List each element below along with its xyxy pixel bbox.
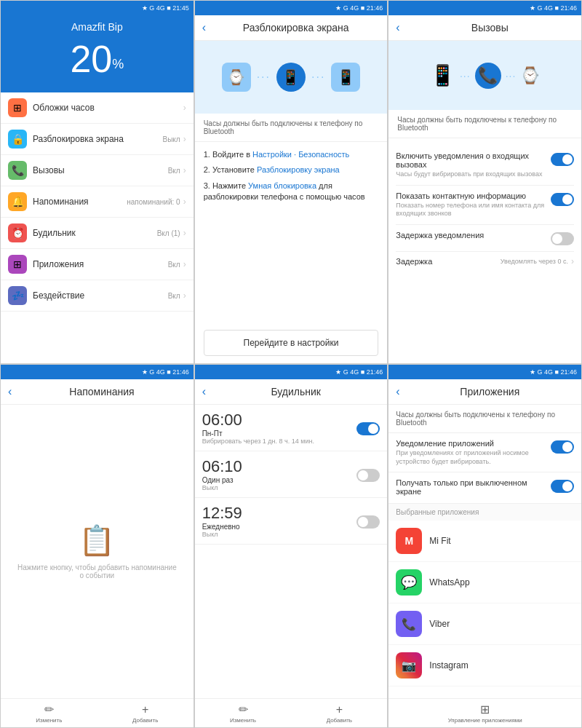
p3-header: ‹ Вызовы (388, 15, 581, 41)
back-button-p5[interactable]: ‹ (202, 385, 206, 398)
alarm-switch-0610[interactable] (356, 469, 380, 482)
menu-list: ⊞ Обложки часов › 🔒 Разблокировка экрана… (1, 92, 194, 363)
status-text-p3: ★ G 4G ■ 21:46 (530, 4, 577, 12)
p1-header: Amazfit Bip 20 % (1, 15, 194, 92)
alarm-time-0610: 06:10 (202, 457, 346, 476)
viber-name: Viber (429, 619, 450, 629)
menu-item-idle[interactable]: 💤 Бездействие Вкл › (1, 280, 194, 312)
menu-label-unlock: Разблокировка экрана (33, 134, 162, 144)
mifit-name: Mi Fit (429, 536, 450, 546)
p4-empty-state: 📋 Нажмите кнопку, чтобы добавить напомин… (1, 405, 194, 698)
delay-arrow-icon: › (571, 256, 574, 266)
back-button-p2[interactable]: ‹ (202, 21, 206, 34)
toggle-screen-off-switch[interactable] (551, 480, 574, 493)
toggle-contact-text: Показать контактную информацию Показать … (396, 191, 545, 218)
calls-icon: 📞 (8, 161, 27, 180)
p5-bottom-bar: ✏ Изменить + Добавить (195, 698, 388, 727)
alarm-item-1259[interactable]: 12:59 Ежедневно Выкл (195, 498, 388, 545)
edit-button-p5[interactable]: ✏ Изменить (230, 703, 256, 724)
status-text-p1: ★ G 4G ■ 21:45 (142, 4, 189, 12)
delay-label: Задержка (396, 257, 500, 266)
add-button-p4[interactable]: + Добавить (132, 703, 158, 724)
add-button-p5[interactable]: + Добавить (327, 703, 352, 724)
p6-header: ‹ Приложения (388, 379, 581, 405)
menu-label-reminders: Напоминания (33, 197, 127, 207)
arrow-icon-unlock: › (183, 134, 186, 144)
menu-value-alarm: Вкл (1) (157, 229, 180, 237)
alarm-info-0610: 06:10 Один раз Выкл (202, 457, 351, 491)
menu-label-idle: Бездействие (33, 290, 168, 301)
edit-button-p4[interactable]: ✏ Изменить (36, 703, 62, 724)
back-button-p4[interactable]: ‹ (8, 385, 12, 398)
p2-step-1: 1. Войдите в Настройки · Безопасность (204, 149, 379, 160)
illus-dots-p3-2: ··· (506, 70, 517, 82)
menu-value-calls: Вкл (168, 167, 180, 175)
arrow-icon-apps: › (183, 259, 186, 269)
alarm-switch-0600[interactable] (356, 422, 380, 435)
manage-apps-button[interactable]: ⊞ Управление приложениями (448, 703, 522, 724)
instagram-name: Instagram (429, 660, 468, 670)
edit-label-p4: Изменить (36, 717, 62, 724)
panel-amazfit: ★ G 4G ■ 21:45 Amazfit Bip 20 % ⊞ Обложк… (0, 0, 194, 364)
p5-title: Будильник (212, 386, 380, 397)
status-text-p4: ★ G 4G ■ 21:46 (142, 368, 189, 376)
arrow-icon-idle: › (183, 290, 186, 301)
delay-row: Задержка Уведомлять через 0 с. › (396, 252, 574, 271)
toggle-screen-off-text: Получать только при выключенном экране (396, 478, 545, 497)
menu-item-alarm[interactable]: ⏰ Будильник Вкл (1) › (1, 218, 194, 249)
back-button-p6[interactable]: ‹ (396, 385, 399, 398)
alarm-sub-0600: Вибрировать через 1 дн. 8 ч. 14 мин. (202, 438, 351, 445)
app-item-viber[interactable]: 📞 Viber (388, 604, 581, 645)
whatsapp-icon: 💬 (396, 569, 422, 596)
battery-number: 20 (70, 40, 112, 78)
illus-dots-2: ··· (311, 71, 325, 84)
arrow-icon-watch-faces: › (183, 103, 186, 113)
panel-reminders: ★ G 4G ■ 21:46 ‹ Напоминания 📋 Нажмите к… (0, 364, 194, 728)
menu-item-calls[interactable]: 📞 Вызовы Вкл › (1, 155, 194, 186)
alarm-days-0610: Один раз (202, 476, 351, 484)
p2-step-2: 2. Установите Разблокировку экрана (204, 165, 379, 175)
alarm-info-1259: 12:59 Ежедневно Выкл (202, 504, 351, 538)
alarm-list: 06:00 Пн-Пт Вибрировать через 1 дн. 8 ч.… (195, 405, 388, 698)
toggle-delay-text: Задержка уведомления (396, 231, 545, 241)
toggle-incoming-calls: Включить уведомления о входящих вызовах … (396, 146, 574, 186)
menu-item-unlock[interactable]: 🔒 Разблокировка экрана Выкл › (1, 124, 194, 155)
alarm-info-0600: 06:00 Пн-Пт Вибрировать через 1 дн. 8 ч.… (202, 411, 351, 445)
viber-icon: 📞 (396, 611, 422, 637)
alarm-item-0610[interactable]: 06:10 Один раз Выкл (195, 451, 388, 498)
call-icon-p3: 📞 (475, 63, 501, 89)
alarm-switch-1259[interactable] (356, 515, 380, 529)
menu-item-watch-faces[interactable]: ⊞ Обложки часов › (1, 92, 194, 124)
status-bar-p2: ★ G 4G ■ 21:46 (195, 1, 388, 15)
empty-state-icon: 📋 (79, 523, 115, 558)
toggle-incoming-text: Включить уведомления о входящих вызовах … (396, 151, 545, 179)
watch-icon-p3: ⌚ (520, 66, 540, 85)
toggle-incoming-switch[interactable] (551, 153, 574, 166)
toggle-screen-off: Получать только при выключенном экране (388, 472, 581, 504)
alarm-sub-0610: Выкл (202, 484, 351, 491)
toggle-delay-switch[interactable] (551, 232, 574, 245)
add-icon-p5: + (336, 703, 343, 716)
p6-bottom-bar: ⊞ Управление приложениями (388, 698, 581, 727)
app-item-mifit[interactable]: M Mi Fit (388, 521, 581, 562)
toggle-notif-delay: Задержка уведомления (396, 225, 574, 252)
p3-illustration: 📱 ··· 📞 ··· ⌚ (388, 41, 581, 110)
app-item-whatsapp[interactable]: 💬 WhatsApp (388, 562, 581, 604)
edit-icon-p5: ✏ (239, 703, 248, 716)
alarm-time-0600: 06:00 (202, 411, 346, 430)
empty-state-text: Нажмите кнопку, чтобы добавить напоминан… (1, 563, 194, 579)
add-icon-p4: + (142, 703, 148, 716)
menu-item-apps[interactable]: ⊞ Приложения Вкл › (1, 249, 194, 280)
reminders-icon: 🔔 (8, 192, 27, 211)
panel-calls: ★ G 4G ■ 21:46 ‹ Вызовы 📱 ··· 📞 ··· ⌚ Ча… (388, 0, 582, 364)
status-bar-p6: ★ G 4G ■ 21:46 (388, 365, 581, 379)
alarm-item-0600[interactable]: 06:00 Пн-Пт Вибрировать через 1 дн. 8 ч.… (195, 405, 388, 451)
p4-title: Напоминания (17, 386, 186, 397)
toggle-app-notif-switch[interactable] (551, 440, 574, 454)
back-button-p3[interactable]: ‹ (396, 21, 399, 34)
toggle-contact-switch[interactable] (551, 193, 574, 206)
app-item-instagram[interactable]: 📷 Instagram (388, 645, 581, 687)
menu-item-reminders[interactable]: 🔔 Напоминания напоминаний: 0 › (1, 186, 194, 218)
settings-button[interactable]: Перейдите в настройки (204, 330, 379, 356)
illus-dots-p3-1: ··· (460, 70, 471, 82)
